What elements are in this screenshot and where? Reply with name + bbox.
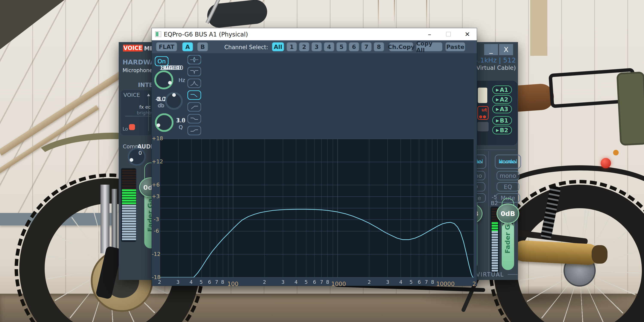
x-axis-label: 2: [153, 279, 166, 285]
filter-lowpass-button[interactable]: [188, 90, 201, 100]
preset-a-button[interactable]: A: [182, 42, 193, 51]
fork-tube: [112, 189, 117, 253]
filter-shelf-cut-button[interactable]: [188, 114, 201, 124]
x-axis-label: 1000: [331, 280, 344, 287]
band-q-value: 3.0: [174, 117, 188, 124]
eq-titlebar[interactable]: EQPro-G6 BUS A1 (Physical) – ✕: [152, 28, 477, 40]
x-axis-label: 2: [258, 279, 271, 285]
comp-value: 0: [138, 150, 142, 156]
wall-stain: [378, 0, 379, 32]
recorder-strip: [478, 122, 488, 132]
eq-button[interactable]: EQ: [496, 182, 519, 192]
bus-b1-button[interactable]: ▶B1: [492, 116, 512, 125]
fork-tube: [100, 184, 110, 253]
desktop: VOICE MEE HARDWARE I Microphone (Ra INTE…: [0, 0, 644, 322]
knob-indicator-dot: [156, 123, 160, 128]
input-level-meter: [121, 168, 136, 242]
exhaust-pipe: [512, 240, 600, 266]
response-curve: [160, 209, 474, 277]
saddle-bag: [616, 72, 644, 146]
pad-arrow-up-icon: [147, 93, 150, 96]
vm-close-button[interactable]: X: [499, 44, 513, 55]
tail-light: [601, 158, 611, 168]
vm-minimize-button[interactable]: _: [484, 44, 498, 55]
pad-crosshair-h: [125, 116, 151, 116]
x-axis-label: 3: [276, 279, 289, 285]
freq-knob[interactable]: [154, 70, 173, 89]
recorder-text: ut: [482, 107, 487, 112]
bus-a3-button[interactable]: ▶A3: [492, 105, 512, 113]
knob-indicator-dot: [172, 93, 176, 97]
recorder-screen: [478, 88, 487, 103]
preset-b-button[interactable]: B: [197, 42, 208, 51]
channel-button-5[interactable]: 5: [336, 42, 347, 51]
band-q-unit: Q: [174, 124, 188, 130]
recorder-panel[interactable]: ut ●●: [478, 106, 488, 120]
bus-b2-button[interactable]: ▶B2: [492, 126, 512, 134]
filter-highpass-button[interactable]: [188, 102, 201, 112]
x-axis-label: 3: [381, 279, 394, 285]
wall-board: [530, 0, 548, 56]
eq-window-title: EQPro-G6 BUS A1 (Physical): [164, 31, 248, 38]
eq-app-icon: [155, 31, 161, 37]
pad-lo-label: Lo: [122, 126, 128, 132]
exhaust-tip: [592, 245, 608, 264]
copy-all-button[interactable]: Copy All: [416, 42, 442, 51]
channel-button-all[interactable]: All: [272, 42, 284, 51]
bus-fader-handle[interactable]: 0dB: [496, 204, 519, 224]
pad-handle[interactable]: [129, 124, 135, 130]
filter-bell-button[interactable]: [188, 55, 201, 64]
x-axis-label: 3: [172, 279, 184, 285]
eq-window: EQPro-G6 BUS A1 (Physical) – ✕ FLAT A B …: [152, 28, 477, 286]
eq-bands: On122.4Hz0.0db3.0QOn200.0Hz0.0db3.0QOn80…: [152, 53, 477, 137]
pad-fx-label: fx ec: [139, 104, 151, 110]
filter-shelf-boost-button[interactable]: [188, 126, 201, 135]
comp-knob[interactable]: [128, 148, 146, 166]
x-axis-label: 100: [226, 280, 239, 287]
gain-knob[interactable]: [165, 92, 183, 110]
bus-a1-button[interactable]: ▶A1: [492, 86, 512, 94]
channel-button-4[interactable]: 4: [324, 42, 334, 51]
mono-button[interactable]: mono: [496, 171, 519, 180]
intellipan-pad[interactable]: VOICE fx ec brightn Lo: [121, 90, 152, 135]
q-knob[interactable]: [155, 113, 174, 132]
band-freq-unit: Hz: [175, 77, 189, 83]
strip-divider: [488, 151, 489, 274]
virtual-line: [508, 274, 518, 275]
eq-toolbar: FLAT A B Channel Select: All12345678 Ch.…: [152, 40, 477, 53]
flat-button[interactable]: FLAT: [156, 42, 177, 51]
y-axis-label: +6: [152, 182, 159, 188]
x-axis-label: 10000: [436, 280, 449, 287]
y-axis-label: -3: [152, 216, 159, 222]
channel-copy-button[interactable]: Ch.Copy: [389, 42, 413, 51]
wall-stain: [394, 0, 395, 26]
channel-button-2[interactable]: 2: [299, 42, 309, 51]
channel-button-1[interactable]: 1: [286, 42, 297, 51]
normal-mode-line2: mode: [500, 159, 515, 164]
paste-button[interactable]: Paste: [446, 42, 465, 51]
eq-close-button[interactable]: ✕: [458, 28, 477, 40]
y-axis-label: -12: [152, 251, 159, 257]
filter-bandpass-button[interactable]: [188, 78, 201, 88]
band-freq-value: 12000.0: [157, 64, 185, 71]
knob-indicator-dot: [168, 80, 172, 85]
channel-select-label: Channel Select:: [224, 44, 268, 50]
filter-notch-button[interactable]: [188, 67, 201, 76]
channel-button-7[interactable]: 7: [361, 42, 372, 51]
y-axis-label: +12: [152, 158, 159, 165]
eq-minimize-button[interactable]: –: [420, 28, 439, 40]
y-axis-label: +18: [152, 135, 159, 142]
y-axis-label: +3: [152, 193, 159, 200]
bus-a2-button[interactable]: ▶A2: [492, 95, 512, 104]
eq-graph-panel: +18+12+6+3-3-6-12-18 2345678100234567810…: [152, 137, 477, 286]
pad-title: VOICE: [124, 92, 140, 98]
frequency-response-plot[interactable]: [160, 139, 474, 278]
channel-button-6[interactable]: 6: [349, 42, 359, 51]
eq-maximize-button[interactable]: [439, 28, 458, 40]
channel-button-8[interactable]: 8: [374, 42, 384, 51]
normal-mode-button[interactable]: Normal mode: [495, 154, 521, 169]
channel-button-3[interactable]: 3: [312, 42, 322, 51]
pad-bright-label: brightn: [137, 110, 153, 116]
y-axis-label: -6: [152, 228, 159, 234]
record-dots-icon: ●●: [479, 114, 486, 119]
